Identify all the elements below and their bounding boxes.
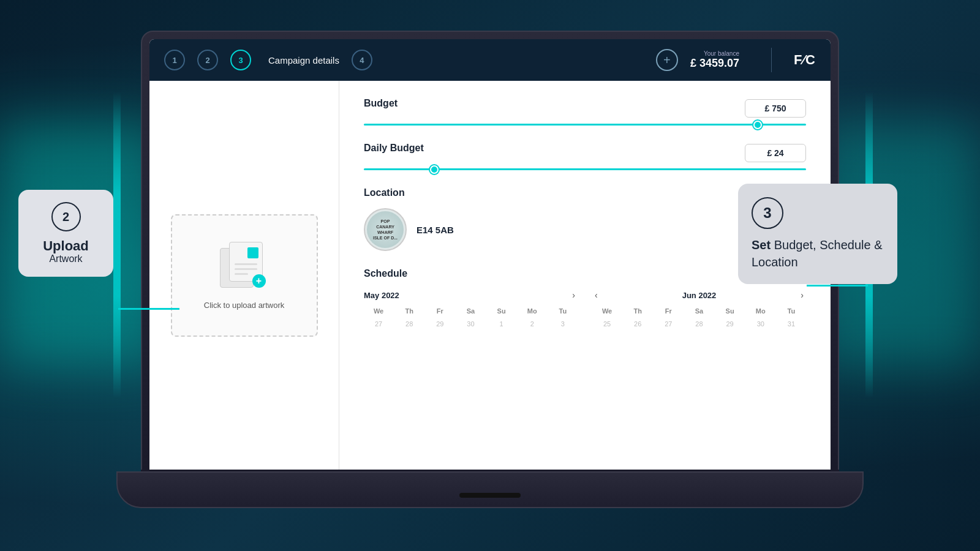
upload-icon-stack: + bbox=[220, 242, 269, 291]
laptop-container: 1 2 3 Campaign details 4 + Your balance … bbox=[141, 31, 839, 508]
add-balance-button[interactable]: + bbox=[656, 49, 678, 71]
budget-slider-container[interactable] bbox=[364, 124, 806, 126]
budget-slider-track bbox=[364, 124, 806, 126]
jun-day-30[interactable]: 30 bbox=[746, 318, 775, 329]
may-day-2[interactable]: 2 bbox=[518, 318, 547, 329]
may-day-27[interactable]: 27 bbox=[364, 318, 393, 329]
callout-3-number: 3 bbox=[752, 197, 783, 229]
right-connector-line bbox=[807, 285, 868, 287]
budget-input[interactable] bbox=[745, 99, 806, 118]
budget-title: Budget bbox=[364, 98, 398, 109]
jun-col-th: Th bbox=[623, 306, 652, 316]
may-col-fr: Fr bbox=[425, 306, 454, 316]
artwork-panel: + Click to upload artwork bbox=[149, 81, 339, 470]
may-col-su: Su bbox=[487, 306, 516, 316]
callout-3-text: Set Budget, Schedule & Location bbox=[752, 236, 884, 271]
may-col-sa: Sa bbox=[456, 306, 485, 316]
step-4-circle[interactable]: 4 bbox=[352, 50, 372, 70]
jun-day-25[interactable]: 25 bbox=[592, 318, 622, 329]
left-teal-bar bbox=[113, 92, 121, 398]
may-days-header: We Th Fr Sa Su Mo Tu bbox=[364, 306, 578, 316]
daily-budget-slider-track bbox=[364, 168, 806, 170]
may-day-3[interactable]: 3 bbox=[548, 318, 578, 329]
balance-amount: £ 3459.07 bbox=[690, 57, 739, 70]
may-col-tu: Tu bbox=[548, 306, 578, 316]
upload-text: Click to upload artwork bbox=[204, 301, 285, 310]
callout-2-number: 2 bbox=[51, 202, 81, 231]
laptop-base bbox=[116, 471, 864, 508]
logo: F∕C bbox=[794, 52, 816, 68]
callout-2-title: Upload bbox=[43, 239, 89, 253]
jun-month-label: Jun 2022 bbox=[682, 291, 717, 300]
callout-2-subtitle: Artwork bbox=[43, 253, 89, 264]
balance-label: Your balance bbox=[704, 50, 739, 57]
jun-col-mo: Mo bbox=[746, 306, 775, 316]
jun-day-31[interactable]: 31 bbox=[777, 318, 806, 329]
may-col-th: Th bbox=[394, 306, 424, 316]
jun-day-29[interactable]: 29 bbox=[715, 318, 745, 329]
calendars-wrapper: May 2022 › We Th Fr Sa Su Mo Tu bbox=[364, 289, 806, 329]
callout-set-budget: 3 Set Budget, Schedule & Location bbox=[738, 184, 897, 284]
may-day-30[interactable]: 30 bbox=[456, 318, 485, 329]
may-month-header: May 2022 › bbox=[364, 289, 578, 301]
jun-days-header: We Th Fr Sa Su Mo Tu bbox=[592, 306, 806, 316]
jun-prev-button[interactable]: ‹ bbox=[592, 289, 600, 301]
may-day-29[interactable]: 29 bbox=[425, 318, 454, 329]
step-2-circle[interactable]: 2 bbox=[197, 50, 218, 70]
budget-slider-thumb[interactable] bbox=[753, 121, 762, 129]
callout-upload-artwork: 2 Upload Artwork bbox=[18, 190, 113, 277]
location-postcode: E14 5AB bbox=[417, 225, 454, 235]
balance-section: Your balance £ 3459.07 bbox=[690, 50, 739, 70]
budget-row: Budget bbox=[364, 98, 806, 119]
upload-plus-icon: + bbox=[252, 274, 266, 288]
map-circle: POPCANARYWHARFISLE OF D... bbox=[367, 211, 404, 248]
jun-month-header: ‹ Jun 2022 › bbox=[592, 289, 806, 301]
jun-day-28[interactable]: 28 bbox=[684, 318, 714, 329]
may-next-button[interactable]: › bbox=[570, 289, 578, 301]
laptop-screen: 1 2 3 Campaign details 4 + Your balance … bbox=[149, 39, 831, 470]
left-connector-line bbox=[118, 308, 179, 310]
jun-col-we: We bbox=[592, 306, 622, 316]
may-day-1[interactable]: 1 bbox=[487, 318, 516, 329]
jun-col-fr: Fr bbox=[654, 306, 683, 316]
daily-budget-input[interactable] bbox=[745, 144, 806, 162]
jun-days-grid: 25 26 27 28 29 30 31 bbox=[592, 318, 806, 329]
header-divider bbox=[771, 48, 772, 72]
daily-budget-title: Daily Budget bbox=[364, 143, 424, 154]
app-header: 1 2 3 Campaign details 4 + Your balance … bbox=[149, 39, 831, 81]
jun-col-tu: Tu bbox=[777, 306, 806, 316]
jun-col-sa: Sa bbox=[684, 306, 714, 316]
jun-calendar: ‹ Jun 2022 › We Th Fr Sa Su Mo bbox=[592, 289, 806, 329]
jun-next-button[interactable]: › bbox=[798, 289, 806, 301]
step-3-circle[interactable]: 3 bbox=[230, 50, 251, 70]
laptop-frame: 1 2 3 Campaign details 4 + Your balance … bbox=[141, 31, 839, 471]
jun-day-27[interactable]: 27 bbox=[654, 318, 683, 329]
step-1-circle[interactable]: 1 bbox=[164, 50, 185, 70]
location-map: POPCANARYWHARFISLE OF D... bbox=[364, 208, 407, 251]
jun-col-su: Su bbox=[715, 306, 745, 316]
upload-area[interactable]: + Click to upload artwork bbox=[171, 214, 318, 337]
step-label: Campaign details bbox=[268, 55, 339, 66]
daily-budget-row: Daily Budget bbox=[364, 143, 806, 163]
may-days-grid: 27 28 29 30 1 2 3 bbox=[364, 318, 578, 329]
doc-color-square bbox=[247, 247, 258, 258]
app-main: + Click to upload artwork Budget bbox=[149, 81, 831, 470]
may-col-mo: Mo bbox=[518, 306, 547, 316]
daily-budget-slider-container[interactable] bbox=[364, 168, 806, 170]
may-calendar: May 2022 › We Th Fr Sa Su Mo Tu bbox=[364, 289, 578, 329]
may-day-28[interactable]: 28 bbox=[394, 318, 424, 329]
daily-budget-slider-thumb[interactable] bbox=[430, 165, 439, 174]
map-label: POPCANARYWHARFISLE OF D... bbox=[373, 219, 398, 241]
may-col-we: We bbox=[364, 306, 393, 316]
may-month-label: May 2022 bbox=[364, 291, 399, 300]
jun-day-26[interactable]: 26 bbox=[623, 318, 652, 329]
laptop-notch bbox=[459, 493, 521, 498]
